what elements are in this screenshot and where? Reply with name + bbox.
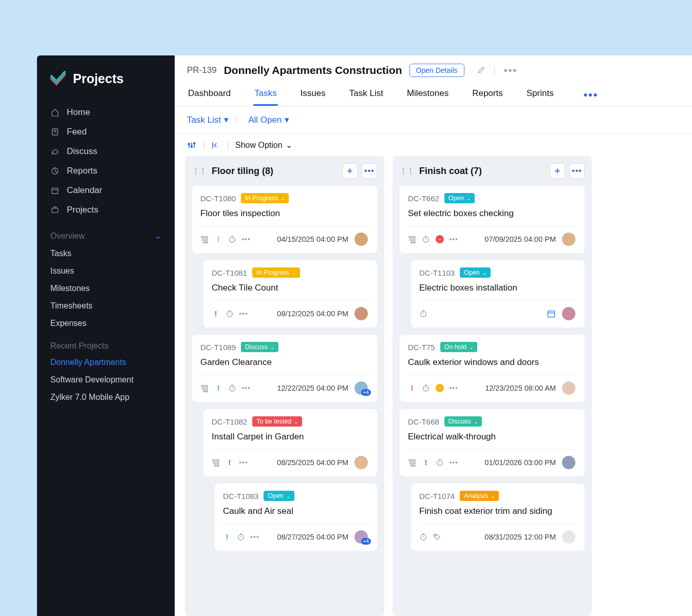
timer-icon[interactable] <box>436 458 444 467</box>
overview-section[interactable]: Overview ⌄ <box>37 224 175 245</box>
tab-tasks[interactable]: Tasks <box>253 84 277 106</box>
assignee-avatar[interactable]: +4 <box>353 529 369 545</box>
tag-icon[interactable] <box>433 533 441 541</box>
card-more-icon[interactable]: ••• <box>450 458 458 467</box>
recent-project-zylker[interactable]: Zylker 7.0 Mobile App <box>37 389 175 406</box>
open-details-button[interactable]: Open Details <box>409 64 464 77</box>
timer-icon[interactable] <box>237 533 245 541</box>
status-badge[interactable]: Analysis ⌄ <box>460 491 499 501</box>
recent-project-software[interactable]: Software Development <box>37 371 175 389</box>
tab-issues[interactable]: Issues <box>300 84 327 106</box>
task-id: DC-T1080 <box>200 194 236 203</box>
status-badge[interactable]: Open ⌄ <box>264 491 294 501</box>
card-more-icon[interactable]: ••• <box>450 235 458 243</box>
task-card[interactable]: DC-T1103 Open ⌄ Electric boxes installat… <box>411 260 585 328</box>
more-icon[interactable]: ••• <box>504 65 518 76</box>
status-badge[interactable]: On hold ⌄ <box>440 342 478 352</box>
tab-dashboard[interactable]: Dashboard <box>187 84 232 106</box>
task-card[interactable]: DC-T1080 In Progress ⌄ Floor tiles inspe… <box>192 186 377 253</box>
primary-nav: Home Feed Discuss Reports Calendar Proje… <box>37 99 175 224</box>
tab-milestones[interactable]: Milestones <box>406 84 450 106</box>
breadcrumb: Task List ▾ 〉 All Open ▾ <box>175 106 692 134</box>
assignee-avatar[interactable] <box>353 232 369 247</box>
timer-icon[interactable] <box>228 235 236 243</box>
task-card[interactable]: DC-T668 Discuss ⌄ Electrical walk-throug… <box>400 409 585 476</box>
overview-expenses[interactable]: Expenses <box>37 315 175 332</box>
crumb-all-open[interactable]: All Open ▾ <box>248 114 289 125</box>
nav-reports[interactable]: Reports <box>37 161 175 181</box>
timer-icon[interactable] <box>419 310 427 318</box>
card-more-icon[interactable]: ••• <box>251 533 259 541</box>
card-more-icon[interactable]: ••• <box>450 384 458 392</box>
tab-task-list[interactable]: Task List <box>348 84 384 106</box>
card-more-icon[interactable]: ••• <box>239 458 248 467</box>
tabs-more-icon[interactable]: ••• <box>584 88 599 102</box>
kanban-column: ⋮⋮ Floor tiling (8) ••• DC-T1080 In Prog… <box>185 156 384 616</box>
drag-handle-icon[interactable]: ⋮⋮ <box>400 167 414 175</box>
assignee-avatar[interactable] <box>561 380 576 396</box>
status-badge[interactable]: To be tested ⌄ <box>252 416 302 427</box>
column-more-button[interactable]: ••• <box>362 163 377 179</box>
add-card-button[interactable] <box>550 163 565 179</box>
task-card[interactable]: DC-T1089 Discuss ⌄ Garden Clearance !•••… <box>192 335 377 402</box>
edit-icon[interactable] <box>477 66 485 74</box>
assignee-avatar[interactable] <box>353 455 369 470</box>
chevron-down-icon: ⌄ <box>469 344 473 350</box>
overview-timesheets[interactable]: Timesheets <box>37 297 175 315</box>
timer-icon[interactable] <box>226 310 234 318</box>
card-more-icon[interactable]: ••• <box>242 384 250 392</box>
blocker-icon: − <box>436 235 444 243</box>
status-badge[interactable]: Discuss ⌄ <box>241 342 278 352</box>
calendar-icon[interactable] <box>547 309 556 318</box>
column-more-button[interactable]: ••• <box>569 163 585 179</box>
task-card[interactable]: DC-T1083 Open ⌄ Caulk and Air seal !••• … <box>215 484 377 551</box>
task-id: DC-T1103 <box>419 268 455 277</box>
svg-rect-26 <box>202 388 208 390</box>
tab-sprints[interactable]: Sprints <box>526 84 555 106</box>
logo-icon <box>49 70 67 87</box>
task-card[interactable]: DC-T662 Open ⌄ Set electric boxes checki… <box>400 186 585 253</box>
assignee-avatar[interactable]: +4 <box>353 380 369 396</box>
nav-discuss[interactable]: Discuss <box>37 142 175 161</box>
assignee-avatar[interactable] <box>561 529 576 545</box>
recent-project-donnelly[interactable]: Donnelly Apartments <box>37 354 175 371</box>
nav-home[interactable]: Home <box>37 103 175 122</box>
crumb-task-list[interactable]: Task List ▾ <box>187 114 229 125</box>
status-badge[interactable]: Discuss ⌄ <box>444 416 482 427</box>
task-id: DC-T668 <box>408 417 439 426</box>
collapse-icon[interactable] <box>211 141 220 150</box>
assignee-avatar[interactable] <box>561 306 576 321</box>
drag-handle-icon[interactable]: ⋮⋮ <box>192 167 207 175</box>
overview-issues[interactable]: Issues <box>37 262 175 280</box>
crumb-label: Task List <box>187 115 221 125</box>
assignee-avatar[interactable] <box>561 455 576 470</box>
filter-icon[interactable] <box>187 141 196 150</box>
nav-calendar[interactable]: Calendar <box>37 181 175 200</box>
nav-feed[interactable]: Feed <box>37 122 175 142</box>
timer-icon[interactable] <box>422 384 430 392</box>
show-option-dropdown[interactable]: Show Option ⌄ <box>235 140 292 150</box>
add-card-button[interactable] <box>342 163 358 179</box>
status-badge[interactable]: In Progress ⌄ <box>252 267 300 278</box>
chevron-down-icon: ⌄ <box>491 493 495 499</box>
status-badge[interactable]: Open ⌄ <box>460 267 491 278</box>
assignee-avatar[interactable] <box>353 306 369 321</box>
task-card[interactable]: DC-T1074 Analysis ⌄ Finish coat exterior… <box>411 484 585 551</box>
task-card[interactable]: DC-T1081 In Progress ⌄ Check Tile Count … <box>203 260 377 328</box>
timer-icon[interactable] <box>422 235 430 243</box>
overview-milestones[interactable]: Milestones <box>37 280 175 297</box>
tab-reports[interactable]: Reports <box>471 84 504 106</box>
nav-label: Feed <box>67 127 87 137</box>
card-more-icon[interactable]: ••• <box>239 310 248 318</box>
due-date: 08/27/2025 04:00 PM <box>277 533 348 541</box>
nav-projects[interactable]: Projects <box>37 200 175 220</box>
task-card[interactable]: DC-T1082 To be tested ⌄ Install Carpet i… <box>203 409 377 476</box>
status-badge[interactable]: In Progress ⌄ <box>241 193 289 203</box>
card-more-icon[interactable]: ••• <box>242 235 250 243</box>
timer-icon[interactable] <box>419 533 427 541</box>
status-badge[interactable]: Open ⌄ <box>444 193 475 203</box>
task-card[interactable]: DC-T75 On hold ⌄ Caulk exterior windows … <box>400 335 585 402</box>
timer-icon[interactable] <box>228 384 236 392</box>
overview-tasks[interactable]: Tasks <box>37 245 175 262</box>
assignee-avatar[interactable] <box>561 232 576 247</box>
